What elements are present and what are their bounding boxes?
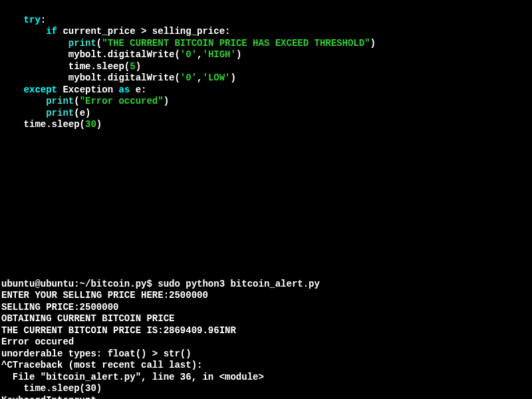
output-sleep-line: time.sleep(30) bbox=[1, 383, 531, 395]
output-traceback: ^CTraceback (most recent call last): bbox=[1, 360, 531, 372]
output-error: Error occured bbox=[1, 336, 531, 348]
shell-prompt: ubuntu@ubuntu:~/bitcoin.py$ bbox=[1, 279, 158, 289]
keyword-try: try bbox=[24, 15, 41, 25]
terminal-output[interactable]: ubuntu@ubuntu:~/bitcoin.py$ sudo python3… bbox=[1, 279, 531, 400]
output-selling-price: SELLING PRICE:2500000 bbox=[1, 302, 531, 314]
string-threshold: "THE CURRENT BITCOIN PRICE HAS EXCEED TH… bbox=[102, 38, 370, 49]
string-error: "Error occured" bbox=[80, 96, 164, 106]
output-current-price: THE CURRENT BITCOIN PRICE IS:2869409.96I… bbox=[1, 325, 531, 337]
output-typeerror: unorderable types: float() > str() bbox=[1, 348, 531, 360]
output-obtaining: OBTAINING CURRENT BITCOIN PRICE bbox=[1, 313, 531, 325]
command-text: sudo python3 bitcoin_alert.py bbox=[158, 279, 320, 289]
output-file-line: File "bitcoin_alert.py", line 36, in <mo… bbox=[1, 372, 531, 384]
code-editor: try: if current_price > selling_price: p… bbox=[1, 3, 531, 131]
keyword-if: if bbox=[46, 26, 57, 37]
empty-space bbox=[1, 131, 531, 279]
fn-print: print bbox=[68, 38, 96, 49]
keyword-except: except bbox=[24, 84, 57, 95]
output-selling-prompt: ENTER YOUR SELLING PRICE HERE:2500000 bbox=[1, 290, 531, 302]
output-keyboard-interrupt: KeyboardInterrupt bbox=[1, 395, 531, 400]
keyword-as: as bbox=[118, 84, 130, 95]
